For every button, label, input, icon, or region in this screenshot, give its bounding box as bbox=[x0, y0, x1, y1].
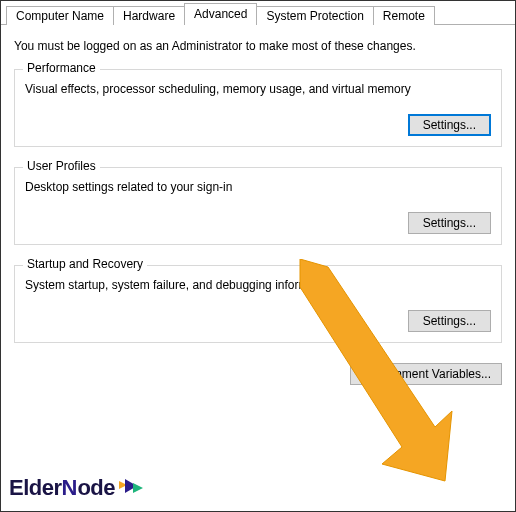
eldernode-logo: ElderNode bbox=[9, 475, 145, 501]
tab-remote[interactable]: Remote bbox=[373, 6, 435, 25]
admin-info-text: You must be logged on as an Administrato… bbox=[14, 39, 502, 53]
svg-marker-2 bbox=[133, 483, 143, 493]
groupbox-user-profiles: User Profiles Desktop settings related t… bbox=[14, 167, 502, 245]
logo-text-ode: ode bbox=[77, 475, 115, 501]
legend-startup-recovery: Startup and Recovery bbox=[23, 257, 147, 271]
tab-hardware[interactable]: Hardware bbox=[113, 6, 185, 25]
startup-recovery-desc: System startup, system failure, and debu… bbox=[25, 278, 491, 292]
logo-play-icon bbox=[117, 477, 145, 499]
performance-settings-button[interactable]: Settings... bbox=[408, 114, 491, 136]
tab-advanced[interactable]: Advanced bbox=[184, 3, 257, 25]
performance-desc: Visual effects, processor scheduling, me… bbox=[25, 82, 491, 96]
groupbox-performance: Performance Visual effects, processor sc… bbox=[14, 69, 502, 147]
environment-variables-button[interactable]: Environment Variables... bbox=[350, 363, 502, 385]
legend-user-profiles: User Profiles bbox=[23, 159, 100, 173]
tab-content-advanced: You must be logged on as an Administrato… bbox=[1, 25, 515, 343]
startup-recovery-settings-button[interactable]: Settings... bbox=[408, 310, 491, 332]
tab-computer-name[interactable]: Computer Name bbox=[6, 6, 114, 25]
user-profiles-settings-button[interactable]: Settings... bbox=[408, 212, 491, 234]
tab-system-protection[interactable]: System Protection bbox=[256, 6, 373, 25]
user-profiles-desc: Desktop settings related to your sign-in bbox=[25, 180, 491, 194]
legend-performance: Performance bbox=[23, 61, 100, 75]
tab-strip: Computer Name Hardware Advanced System P… bbox=[1, 1, 515, 25]
groupbox-startup-recovery: Startup and Recovery System startup, sys… bbox=[14, 265, 502, 343]
logo-text-elder: Elder bbox=[9, 475, 62, 501]
logo-text-n: N bbox=[62, 475, 78, 501]
